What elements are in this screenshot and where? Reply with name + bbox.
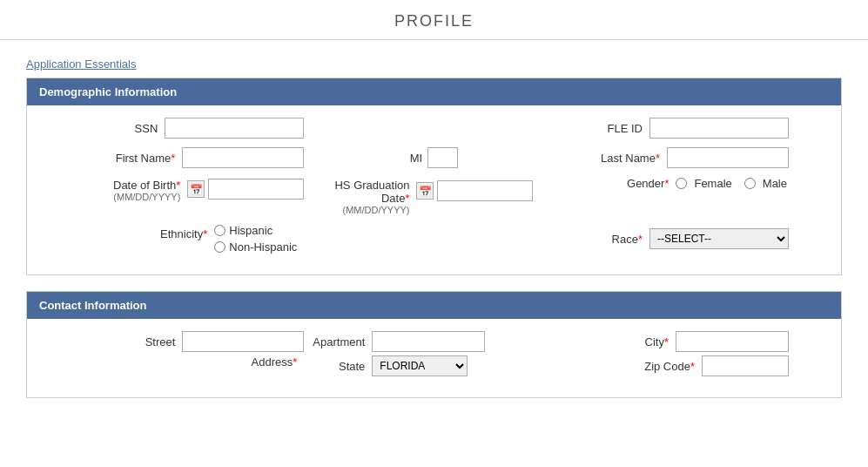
- page-title: PROFILE: [394, 12, 474, 30]
- ethnicity-nonhispanic-label: Non-Hispanic: [229, 240, 297, 254]
- street-input[interactable]: [182, 331, 304, 352]
- app-essentials-link[interactable]: Application Essentials: [26, 58, 136, 71]
- ethnicity-nonhispanic-radio[interactable]: [214, 241, 225, 253]
- ssn-input[interactable]: [165, 118, 304, 139]
- demographic-section: Demographic Information SSN FLE ID: [26, 78, 842, 275]
- contact-section: Contact Information Street Address*: [26, 291, 842, 398]
- hsgrad-sublabel: (MM/DD/YYYY): [334, 205, 409, 215]
- ethnicity-label: Ethnicity*: [146, 227, 207, 240]
- hsgrad-input[interactable]: [437, 180, 533, 201]
- ssn-label: SSN: [97, 122, 158, 135]
- gender-female-radio[interactable]: [676, 178, 687, 189]
- hsgrad-calendar-icon[interactable]: 📅: [416, 182, 434, 200]
- gender-radio-group: Female Male: [676, 177, 789, 190]
- ethnicity-hispanic-radio[interactable]: [214, 225, 225, 236]
- state-select[interactable]: FLORIDA: [372, 355, 468, 376]
- street-label: Street: [97, 335, 175, 349]
- zipcode-input[interactable]: [702, 355, 789, 376]
- apartment-input[interactable]: [372, 331, 485, 352]
- gender-label: Gender*: [616, 177, 669, 190]
- dob-label: Date of Birth*: [113, 179, 180, 192]
- ethnicity-radio-group: Hispanic Non-Hispanic: [214, 224, 304, 254]
- hsgrad-label2: Date*: [334, 192, 409, 205]
- gender-male-radio[interactable]: [744, 178, 756, 189]
- city-label: City*: [616, 335, 669, 349]
- page-header: PROFILE: [0, 0, 868, 40]
- lastname-input[interactable]: [667, 147, 789, 168]
- lastname-label: Last Name*: [599, 152, 660, 165]
- zipcode-label: Zip Code*: [643, 360, 695, 373]
- fleid-label: FLE ID: [590, 122, 643, 135]
- contact-section-header: Contact Information: [27, 292, 841, 319]
- ethnicity-hispanic-label: Hispanic: [229, 224, 273, 237]
- demographic-section-header: Demographic Information: [27, 78, 841, 105]
- gender-male-label: Male: [763, 177, 787, 190]
- firstname-input[interactable]: [182, 147, 304, 168]
- race-select[interactable]: --SELECT--: [649, 228, 789, 249]
- mi-label: MI: [410, 152, 422, 165]
- city-input[interactable]: [676, 331, 789, 352]
- hsgrad-label: HS Graduation: [334, 179, 409, 192]
- gender-female-label: Female: [694, 177, 731, 190]
- apartment-label: Apartment: [304, 335, 365, 349]
- firstname-label: First Name*: [114, 152, 175, 165]
- address-label: Address*: [219, 355, 297, 369]
- state-label: State: [304, 360, 365, 373]
- mi-input[interactable]: [427, 147, 458, 168]
- dob-input[interactable]: [208, 179, 304, 200]
- dob-calendar-icon[interactable]: 📅: [187, 180, 205, 198]
- race-label: Race*: [599, 233, 643, 246]
- dob-sublabel: (MM/DD/YYYY): [113, 192, 180, 202]
- fleid-input[interactable]: [649, 118, 789, 139]
